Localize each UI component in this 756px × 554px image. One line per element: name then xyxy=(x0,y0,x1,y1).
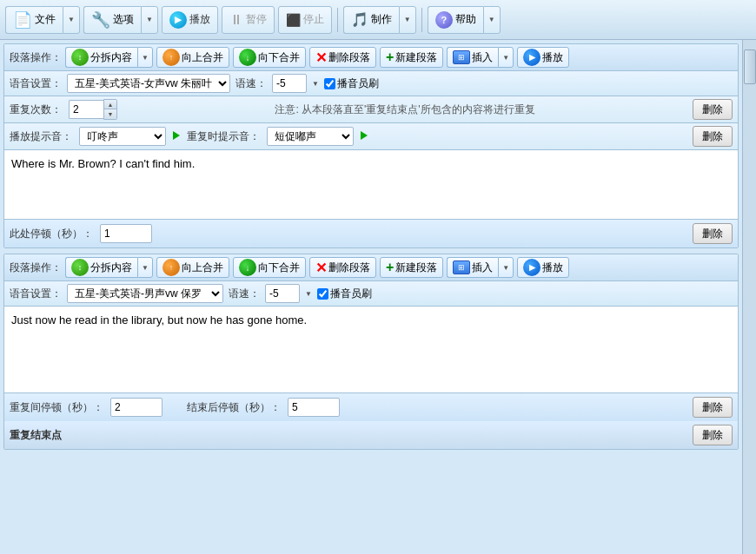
play-sound-label: 播放提示音： xyxy=(10,129,72,144)
repeat-sound-play-btn[interactable] xyxy=(361,130,368,142)
brush-checkbox-1[interactable] xyxy=(324,78,335,89)
file-menu-main[interactable]: 📄 文件 xyxy=(5,6,63,34)
para-text-content-1: Where is Mr. Brown? I can't find him. xyxy=(11,157,195,170)
merge-up-icon-2: ↑ xyxy=(162,259,180,276)
new-para-btn-2[interactable]: + 新建段落 xyxy=(380,257,443,278)
speed-input-1[interactable] xyxy=(272,74,307,93)
insert-label-2: 插入 xyxy=(472,261,493,275)
voice-select-1[interactable]: 五星-美式英语-女声vw 朱丽叶 xyxy=(67,74,230,93)
para-play-icon-2: ▶ xyxy=(523,259,540,276)
delete-para-x-icon-2: ✕ xyxy=(315,260,327,276)
spin-down-btn[interactable]: ▼ xyxy=(104,109,116,119)
insert-arrow[interactable]: ▼ xyxy=(498,47,514,68)
repeat-sound-select[interactable]: 短促嘟声 xyxy=(267,127,354,146)
play-sound-select[interactable]: 叮咚声 xyxy=(79,127,166,146)
stop-button[interactable]: ⬛ 停止 xyxy=(278,6,332,34)
split-dropdown-icon-2: ▼ xyxy=(142,264,149,272)
para-toolbar-1: 段落操作： ↕ 分拆内容 ▼ ↑ 向上合并 ↓ 向下合并 xyxy=(4,44,738,71)
spin-arrows[interactable]: ▲ ▼ xyxy=(103,99,117,120)
options-menu-arrow[interactable]: ▼ xyxy=(141,6,158,34)
scrollbar-track[interactable] xyxy=(742,40,756,554)
para-text-1[interactable]: Where is Mr. Brown? I can't find him. xyxy=(4,150,738,220)
end-pause-input[interactable] xyxy=(288,398,340,417)
make-menu[interactable]: 🎵 制作 ▼ xyxy=(343,6,416,34)
brush-check-2[interactable]: 播音员刷 xyxy=(317,287,372,301)
merge-up-btn[interactable]: ↑ 向上合并 xyxy=(156,47,229,68)
para-play-btn-2[interactable]: ▶ 播放 xyxy=(517,257,569,278)
merge-down-icon: ↓ xyxy=(239,49,256,66)
merge-down-btn[interactable]: ↓ 向下合并 xyxy=(233,47,306,68)
options-menu[interactable]: 🔧 选项 ▼ xyxy=(83,6,158,34)
file-menu[interactable]: 📄 文件 ▼ xyxy=(5,6,80,34)
insert-main-2[interactable]: ⊞ 插入 xyxy=(447,257,498,278)
new-para-plus-icon: + xyxy=(386,49,394,65)
help-menu[interactable]: ? 帮助 ▼ xyxy=(428,6,501,34)
delete-para-x-icon: ✕ xyxy=(315,49,327,66)
make-label: 制作 xyxy=(371,12,392,27)
speed-dropdown-arrow-1[interactable]: ▼ xyxy=(312,80,319,88)
pause-label-1: 此处停顿（秒）： xyxy=(10,227,93,241)
para-text-2[interactable]: Just now he read in the library, but now… xyxy=(4,307,738,393)
repeat-sound-triangle-icon[interactable] xyxy=(361,131,368,140)
end-pause-label: 结束后停顿（秒）： xyxy=(187,400,281,415)
voice-settings-2: 语音设置： 五星-美式英语-男声vw 保罗 语速： ▼ 播音员刷 xyxy=(4,281,738,307)
play-sound-play-btn[interactable] xyxy=(173,130,180,142)
split-content-btn-2[interactable]: ↕ 分拆内容 ▼ xyxy=(65,257,153,278)
help-menu-main[interactable]: ? 帮助 xyxy=(428,6,483,34)
file-menu-arrow[interactable]: ▼ xyxy=(63,6,80,34)
delete-para-btn-2[interactable]: ✕ 删除段落 xyxy=(309,257,376,278)
merge-up-label-2: 向上合并 xyxy=(182,261,223,275)
split-icon-2: ↕ xyxy=(71,259,89,276)
merge-down-btn-2[interactable]: ↓ 向下合并 xyxy=(233,257,306,278)
content-area: 段落操作： ↕ 分拆内容 ▼ ↑ 向上合并 ↓ 向下合并 xyxy=(0,40,742,554)
para-play-btn[interactable]: ▶ 播放 xyxy=(517,47,569,68)
voice-settings-1: 语音设置： 五星-美式英语-女声vw 朱丽叶 语速： ▼ 播音员刷 xyxy=(4,71,738,96)
scrollbar-thumb[interactable] xyxy=(744,49,756,84)
new-para-btn[interactable]: + 新建段落 xyxy=(380,47,443,68)
brush-check-1[interactable]: 播音员刷 xyxy=(324,76,379,91)
repeat-delete-btn[interactable]: 删除 xyxy=(693,99,733,120)
repeat-pause-delete-btn[interactable]: 删除 xyxy=(693,397,733,418)
insert-icon: ⊞ xyxy=(453,50,470,64)
make-menu-main[interactable]: 🎵 制作 xyxy=(343,6,399,34)
voice-select-2[interactable]: 五星-美式英语-男声vw 保罗 xyxy=(67,284,223,303)
new-para-plus-icon-2: + xyxy=(386,260,394,275)
play-sound-triangle-icon[interactable] xyxy=(173,131,180,140)
repeat-pause-input[interactable] xyxy=(110,398,162,417)
pause-delete-btn-1[interactable]: 删除 xyxy=(693,223,733,244)
insert-icon-2: ⊞ xyxy=(453,261,470,274)
split-content-main[interactable]: ↕ 分拆内容 xyxy=(65,47,137,68)
play-button[interactable]: ▶ 播放 xyxy=(162,6,218,34)
delete-para-btn[interactable]: ✕ 删除段落 xyxy=(309,47,376,68)
repeat-spinbox[interactable]: ▲ ▼ xyxy=(69,99,117,120)
speed-dropdown-arrow-2[interactable]: ▼ xyxy=(305,290,312,298)
split-content-btn[interactable]: ↕ 分拆内容 ▼ xyxy=(65,47,153,68)
paragraph-block-1: 段落操作： ↕ 分拆内容 ▼ ↑ 向上合并 ↓ 向下合并 xyxy=(3,43,739,248)
toolbar-sep-1 xyxy=(337,8,338,32)
split-content-main-2[interactable]: ↕ 分拆内容 xyxy=(65,257,137,278)
split-arrow-2[interactable]: ▼ xyxy=(137,257,153,278)
speed-input-2[interactable] xyxy=(265,284,300,303)
speed-label-1: 语速： xyxy=(235,76,267,91)
pause-button[interactable]: ⏸ 暂停 xyxy=(222,6,275,34)
insert-main[interactable]: ⊞ 插入 xyxy=(447,47,498,68)
repeat-input[interactable] xyxy=(69,100,103,119)
delete-para-label: 删除段落 xyxy=(328,50,370,65)
insert-btn[interactable]: ⊞ 插入 ▼ xyxy=(447,47,514,68)
insert-btn-2[interactable]: ⊞ 插入 ▼ xyxy=(447,257,514,278)
help-menu-arrow[interactable]: ▼ xyxy=(483,6,501,34)
options-menu-main[interactable]: 🔧 选项 xyxy=(83,6,141,34)
spin-up-btn[interactable]: ▲ xyxy=(104,100,116,109)
brush-checkbox-2[interactable] xyxy=(317,288,328,300)
merge-down-label-2: 向下合并 xyxy=(258,261,300,275)
repeat-end-delete-btn[interactable]: 删除 xyxy=(693,425,733,445)
pause-input-1[interactable] xyxy=(100,224,152,243)
sound-delete-btn[interactable]: 删除 xyxy=(693,126,733,147)
split-dropdown-icon: ▼ xyxy=(142,54,149,62)
delete-para-label-2: 删除段落 xyxy=(328,261,370,275)
split-arrow[interactable]: ▼ xyxy=(137,47,153,68)
file-dropdown-arrow-icon: ▼ xyxy=(68,16,75,23)
insert-arrow-2[interactable]: ▼ xyxy=(498,257,514,278)
make-menu-arrow[interactable]: ▼ xyxy=(399,6,416,34)
merge-up-btn-2[interactable]: ↑ 向上合并 xyxy=(156,257,229,278)
